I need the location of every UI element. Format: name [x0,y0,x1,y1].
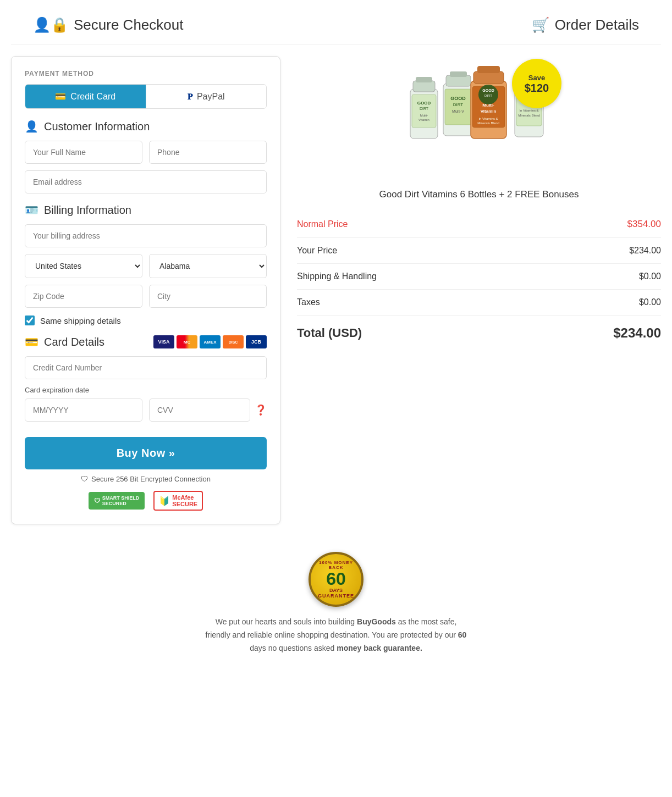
payment-card: PAYMENT METHOD 💳 Credit Card 𝐏 PayPal 👤 … [11,56,280,524]
customer-section-title: Customer Information [44,120,150,133]
expiry-input[interactable] [25,398,142,422]
address-field [25,224,267,247]
buy-now-button[interactable]: Buy Now » [25,437,267,469]
mcafee-icon: 🔰 [159,496,170,506]
svg-text:Vitamin: Vitamin [481,109,497,114]
badge-days: 60 [326,570,346,588]
credit-card-tab[interactable]: 💳 Credit Card [25,85,146,108]
shield-badge-icon: 🛡 [94,497,100,504]
card-number-row [25,356,267,379]
lock-user-icon: 👤🔒 [33,16,68,34]
state-field: Alabama Alaska Arizona Arkansas Californ… [149,254,267,278]
state-select[interactable]: Alabama Alaska Arizona Arkansas Californ… [149,254,267,278]
paypal-tab[interactable]: 𝐏 PayPal [146,85,267,108]
card-details-left: 💳 Card Details [25,335,104,348]
country-field: United States Canada United Kingdom Aust… [25,254,142,278]
full-name-field [25,141,142,164]
order-details-title: Order Details [555,16,639,34]
expiry-label: Card expiration date [25,386,267,394]
taxes-row: Taxes $0.00 [297,290,661,316]
order-details-panel: GOOD DIRT Multi- Vitamin GOOD D [297,56,661,348]
buy-now-label: Buy Now » [117,447,175,459]
total-label: Total (USD) [297,326,362,340]
svg-rect-16 [473,71,504,84]
card-details-header: 💳 Card Details VISA MC AMEX DISC JCB [25,335,267,348]
phone-field [149,141,267,164]
svg-text:Vitamin: Vitamin [418,118,429,121]
name-phone-row [25,141,267,164]
total-value: $234.00 [613,325,661,341]
secure-checkout-header: 👤🔒 Secure Checkout [33,16,183,34]
email-field [25,170,267,193]
secure-checkout-title: Secure Checkout [74,16,183,34]
money-back-text: money back guarantee. [337,644,422,652]
cvv-input[interactable] [149,398,250,422]
phone-input[interactable] [149,141,267,164]
customer-section-header: 👤 Customer Information [25,120,267,133]
paypal-icon: 𝐏 [188,92,192,102]
svg-rect-17 [477,66,500,73]
product-title: Good Dirt Vitamins 6 Bottles + 2 FREE Bo… [297,189,661,200]
country-select[interactable]: United States Canada United Kingdom Aust… [25,254,142,278]
shipping-value: $0.00 [639,272,661,281]
security-note: 🛡 Secure 256 Bit Encrypted Connection [25,475,267,483]
address-row [25,224,267,247]
full-name-input[interactable] [25,141,142,164]
guarantee-text: We put our hearts and souls into buildin… [204,616,468,655]
same-shipping-label[interactable]: Same shipping details [40,316,121,325]
card-details-title: Card Details [44,336,104,348]
shipping-label: Shipping & Handling [297,272,377,281]
cvv-help-icon[interactable]: ❓ [255,404,267,416]
cvv-field: ❓ [149,398,267,422]
zip-input[interactable] [25,285,142,308]
your-price-label: Your Price [297,246,337,256]
discover-icon: DISC [223,335,244,348]
billing-section-header: 🪪 Billing Information [25,203,267,217]
svg-text:DIRT: DIRT [484,94,492,97]
total-row: Total (USD) $234.00 [297,316,661,348]
country-state-row: United States Canada United Kingdom Aust… [25,254,267,278]
taxes-value: $0.00 [639,297,661,307]
same-shipping-checkbox[interactable] [25,316,35,325]
smart-shield-badge: 🛡 SMART SHIELDSECURED [89,492,145,510]
card-number-field [25,356,267,379]
expiry-cvv-row: ❓ [25,398,267,422]
svg-text:Minerals Blend: Minerals Blend [518,114,540,117]
save-text: Save [528,74,545,82]
same-shipping-row: Same shipping details [25,316,267,325]
city-input[interactable] [149,285,267,308]
zip-field [25,285,142,308]
jcb-icon: JCB [246,335,267,348]
payment-method-label: PAYMENT METHOD [25,70,267,78]
order-details-header: 🛒 Order Details [532,16,639,34]
paypal-tab-label: PayPal [197,92,225,102]
email-input[interactable] [25,170,267,193]
svg-rect-10 [450,71,467,77]
address-input[interactable] [25,224,267,247]
taxes-label: Taxes [297,297,320,307]
card-number-input[interactable] [25,356,267,379]
security-note-text: Secure 256 Bit Encrypted Connection [91,475,211,483]
page-header: 👤🔒 Secure Checkout 🛒 Order Details [11,11,661,45]
your-price-value: $234.00 [629,246,661,256]
guarantee-section: 100% MONEY BACK 60 DAYS GUARANTEE We put… [11,535,661,660]
svg-text:Multi-V: Multi-V [452,109,464,113]
security-badges: 🛡 SMART SHIELDSECURED 🔰 McAfeeSECURE [25,491,267,511]
shield-icon: 🛡 [81,475,88,483]
normal-price-row: Normal Price $354.00 [297,211,661,238]
svg-text:Multi-: Multi- [420,114,428,117]
amex-icon: AMEX [200,335,221,348]
card-section-icon: 💳 [25,335,38,348]
svg-text:In Vitamins &: In Vitamins & [478,117,498,120]
svg-rect-2 [416,77,432,82]
svg-text:DIRT: DIRT [420,107,429,110]
svg-text:GOOD: GOOD [482,88,494,92]
billing-section-title: Billing Information [44,204,131,217]
mastercard-icon: MC [177,335,197,348]
email-row [25,170,267,193]
svg-text:DIRT: DIRT [453,102,464,107]
product-image-container: GOOD DIRT Multi- Vitamin GOOD D [297,56,661,182]
secured-badge-text: SMART SHIELDSECURED [102,495,140,506]
normal-price-label: Normal Price [297,219,348,229]
expiry-field [25,398,142,422]
